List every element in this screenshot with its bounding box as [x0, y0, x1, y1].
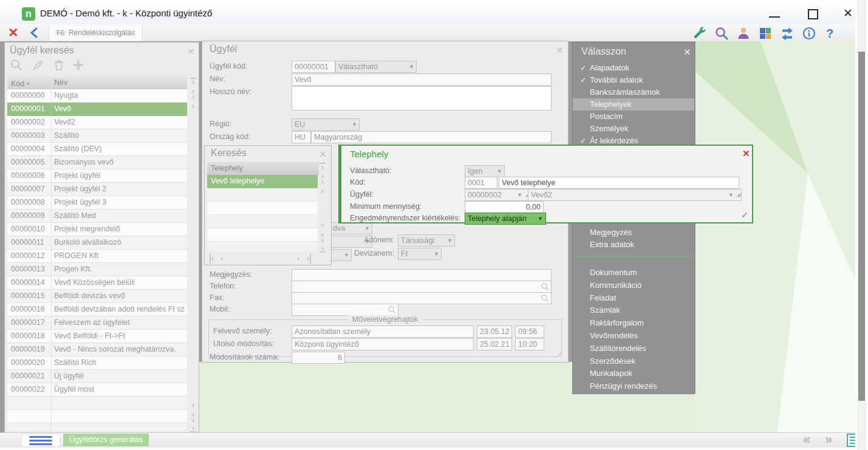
menu-item[interactable]: Bankszámlaszámok	[573, 86, 694, 98]
maximize-button[interactable]	[808, 9, 818, 19]
search-icon[interactable]	[714, 26, 729, 41]
prev-page-icon[interactable]: ‹	[220, 254, 223, 264]
menu-item[interactable]: Szállítórendelés	[573, 343, 694, 355]
country-name-field[interactable]: Magyarország	[311, 131, 552, 143]
confirm-check-icon[interactable]: ✓	[741, 210, 749, 220]
close-icon[interactable]: ✕	[683, 47, 691, 58]
site-code-field[interactable]: 0001	[465, 177, 497, 189]
menu-item[interactable]: Vevőrendelés	[573, 330, 694, 343]
delete-icon[interactable]	[52, 58, 66, 74]
info-icon[interactable]	[802, 26, 816, 41]
table-row[interactable]: 00000018 Vevő Belföldi - Ft->Ft	[7, 330, 187, 343]
scroll-top-icon[interactable]: ∧	[188, 78, 198, 85]
table-row[interactable]: 00000010 Projekt megrendelő	[7, 223, 187, 236]
menu-item[interactable]: Telephelyek	[573, 98, 694, 111]
scroll-pagedown-icon[interactable]: ∨∨	[318, 232, 327, 243]
mobile-field[interactable]	[292, 304, 398, 316]
currency-dropdown[interactable]: Ft	[398, 248, 442, 260]
menu-item[interactable]: Dokumentum	[573, 267, 694, 279]
table-row[interactable]: 00000016 Belföldi devizában adott rendel…	[7, 303, 187, 316]
menu-item[interactable]: Kommunikáció	[573, 279, 694, 292]
table-row[interactable]: 00000020 Szállító Rich	[7, 356, 187, 370]
person-icon[interactable]	[736, 26, 751, 41]
column-nev[interactable]: Név	[52, 77, 187, 89]
name-field[interactable]: Vevő	[292, 73, 552, 86]
list-item[interactable]	[207, 215, 318, 228]
lookup-icon[interactable]	[541, 282, 549, 291]
table-row[interactable]: 00000022 Ügyfél most	[7, 383, 187, 397]
table-row[interactable]: 00000002 Vevő2	[7, 116, 187, 129]
table-row[interactable]: 00000013 Progen Kft.	[7, 263, 187, 276]
menu-item[interactable]: Számlák	[573, 304, 694, 317]
table-row[interactable]: 00000015 Belföldi devizás vevő	[7, 290, 187, 303]
nav-prev-icon[interactable]: «	[803, 432, 810, 448]
table-row[interactable]: 00000000 Nyugta	[7, 89, 187, 103]
close-icon[interactable]: ✕	[742, 148, 750, 159]
menu-item[interactable]: Raktárforgalom	[573, 317, 694, 330]
abort-icon[interactable]: ✕	[8, 25, 19, 41]
list-item[interactable]	[207, 242, 318, 251]
discount-system-dropdown[interactable]: Telephely alapján	[465, 213, 546, 225]
list-item[interactable]	[207, 202, 318, 215]
close-icon[interactable]: ✕	[319, 149, 327, 159]
last-page-icon[interactable]: ›	[307, 254, 311, 264]
selectable-dropdown[interactable]: Választható	[335, 61, 417, 73]
table-row[interactable]: 00000005 Bizományos vevő	[7, 156, 187, 169]
table-row[interactable]: 00000006 Projekt ügyfél	[7, 169, 187, 183]
customer-code-field[interactable]: 00000001	[292, 61, 335, 73]
scroll-up-icon[interactable]: ∧	[188, 103, 198, 109]
tax-type-dropdown[interactable]: Társasági	[398, 234, 455, 247]
menu-item[interactable]: Szerződések	[573, 355, 694, 368]
table-row[interactable]	[7, 410, 187, 423]
first-page-icon[interactable]: ‹	[210, 254, 214, 264]
transfer-arrows-icon[interactable]	[780, 26, 795, 41]
context-tab[interactable]: F6:Rendeléskiszolgálás	[49, 25, 143, 41]
region-dropdown[interactable]: EU	[292, 118, 360, 131]
menu-item[interactable]: Extra adatok	[573, 239, 694, 251]
column-kod[interactable]: Kód	[11, 80, 24, 88]
scroll-bottom-icon[interactable]: ∨	[188, 425, 198, 432]
menu-item[interactable]: Pénzügyi rendezés	[573, 380, 694, 393]
fax-field[interactable]	[292, 292, 552, 304]
table-row[interactable]: 00000011 Burkoló alvállalkozó	[7, 236, 187, 250]
lookup-icon[interactable]	[388, 305, 396, 314]
wrench-icon[interactable]	[692, 26, 707, 41]
customer-name-combo[interactable]: Vevő2	[528, 189, 742, 201]
scroll-down-icon[interactable]: ∨	[188, 402, 198, 407]
menu-item[interactable]: További adatok	[573, 74, 694, 86]
comment-field[interactable]	[292, 269, 552, 281]
table-row[interactable]	[7, 397, 187, 410]
table-row[interactable]	[7, 423, 187, 431]
minimize-button[interactable]	[769, 16, 780, 18]
table-row[interactable]: 00000007 Projekt ügyfél 2	[7, 183, 187, 196]
next-page-icon[interactable]: ›	[297, 254, 299, 264]
scroll-top-icon[interactable]: ∧	[318, 163, 327, 170]
list-item[interactable]: Vevő telephelye	[207, 175, 318, 188]
scroll-pageup-icon[interactable]: ∧∧	[318, 174, 327, 185]
back-icon[interactable]	[29, 27, 40, 38]
menu-item[interactable]: Alapadatok	[573, 62, 694, 74]
modules-grid-icon[interactable]	[758, 26, 773, 41]
menu-item[interactable]: Postacím	[573, 111, 694, 123]
selectable-dropdown[interactable]: Igen	[465, 165, 505, 177]
list-item[interactable]	[207, 228, 318, 242]
menu-item[interactable]: Személyek	[573, 123, 694, 135]
long-name-field[interactable]	[292, 86, 552, 111]
lookup-icon[interactable]	[541, 294, 549, 302]
menu-item[interactable]: Munkalapok	[573, 367, 694, 380]
close-button[interactable]: ✕	[843, 6, 853, 20]
table-row[interactable]: 00000012 PROGEN Kft	[7, 250, 187, 263]
add-icon[interactable]	[72, 58, 85, 74]
site-name-field[interactable]: Vevő telephelye	[499, 177, 739, 189]
table-row[interactable]: 00000017 Felveszem az ügyfelet	[7, 316, 187, 330]
table-header[interactable]: Kód Név	[7, 77, 187, 89]
table-row[interactable]: 00000008 Projekt ügyfél 3	[7, 196, 187, 210]
table-row[interactable]: 00000014 Vevő Közösségen belüli	[7, 276, 187, 290]
customer-code-combo[interactable]: 00000002	[465, 189, 530, 201]
menu-item[interactable]: Megjegyzés	[573, 227, 694, 239]
scroll-pageup-icon[interactable]: ∧∧	[188, 89, 198, 100]
generate-customer-base-button[interactable]: Ügyféltörzs generálás	[63, 434, 149, 446]
list-search-icon[interactable]	[10, 58, 23, 74]
help-icon[interactable]: ?	[822, 26, 837, 41]
close-icon[interactable]: ✕	[187, 47, 195, 56]
